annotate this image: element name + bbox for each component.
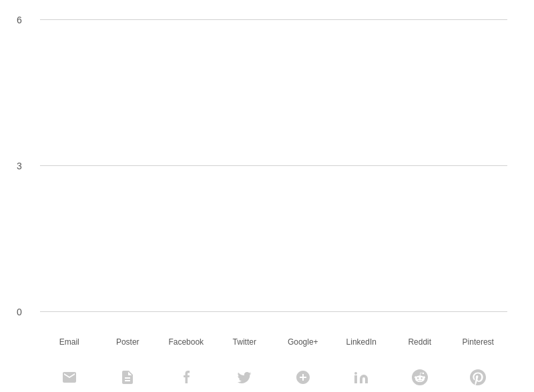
labels-row: EmailPosterFacebookTwitterGoogle+LinkedI… [40, 337, 507, 352]
label-text: Email [59, 337, 79, 347]
icon-item-facebook [157, 369, 216, 385]
label-text: Reddit [408, 337, 431, 347]
chart-container: EmailPosterFacebookTwitterGoogle+LinkedI… [0, 0, 534, 392]
bars-wrapper [40, 20, 507, 312]
icon-item-linkedin [332, 369, 391, 385]
icon-item-google+ [274, 369, 332, 385]
grid-label: 0 [17, 307, 22, 317]
label-item-poster: Poster [99, 337, 158, 352]
label-item-reddit: Reddit [390, 337, 449, 352]
label-item-pinterest: Pinterest [449, 337, 508, 352]
grid-label: 6 [17, 15, 22, 25]
label-text: Pinterest [463, 337, 494, 347]
label-item-linkedin: LinkedIn [332, 337, 391, 352]
grid-label: 3 [17, 161, 22, 171]
icon-item-twitter [216, 369, 274, 385]
label-text: Twitter [233, 337, 256, 347]
label-text: Poster [116, 337, 140, 347]
label-text: Google+ [288, 337, 318, 347]
label-item-twitter: Twitter [216, 337, 274, 352]
grid-line [40, 165, 507, 166]
grid-line [40, 311, 507, 312]
icon-item-poster [99, 369, 158, 385]
label-item-email: Email [40, 337, 99, 352]
icon-item-email [40, 369, 99, 385]
icons-row [40, 369, 507, 385]
grid-line [40, 19, 507, 20]
chart-area: EmailPosterFacebookTwitterGoogle+LinkedI… [40, 20, 507, 312]
label-text: LinkedIn [346, 337, 376, 347]
label-text: Facebook [168, 337, 204, 347]
icon-item-reddit [390, 369, 449, 385]
icon-item-pinterest [449, 369, 508, 385]
label-item-google+: Google+ [274, 337, 332, 352]
label-item-facebook: Facebook [157, 337, 216, 352]
